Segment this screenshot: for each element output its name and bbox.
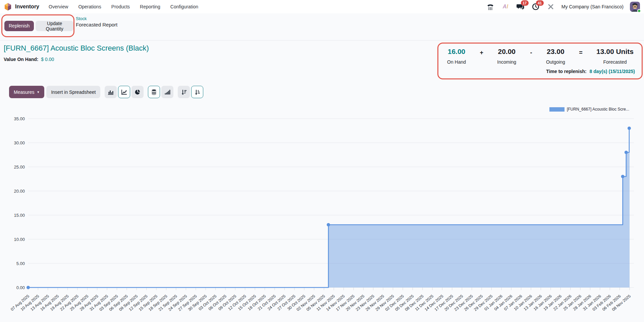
- replenish-button[interactable]: Replenish: [4, 21, 34, 31]
- incoming-label: Incoming: [497, 59, 516, 65]
- cumulative-icon: [164, 89, 170, 95]
- top-navbar: Inventory Overview Operations Products R…: [0, 0, 644, 13]
- navbar-left: Inventory Overview Operations Products R…: [4, 3, 198, 11]
- messages-icon[interactable]: 17: [516, 2, 525, 11]
- messages-badge: 17: [521, 0, 529, 6]
- line-chart-button[interactable]: [118, 86, 130, 98]
- value-on-hand-amount[interactable]: $ 0.00: [41, 57, 54, 62]
- sort-descending-button[interactable]: [178, 86, 190, 98]
- breadcrumb-stock-link[interactable]: Stock: [76, 16, 117, 21]
- y-axis-tick-label: 10.00: [14, 237, 25, 242]
- app-name[interactable]: Inventory: [15, 4, 39, 10]
- graph-toolbar: Measures ▼ Insert in Spreadsheet: [9, 86, 203, 98]
- forecast-equation: 16.00 On Hand + 20.00 Incoming - 23.00 O…: [438, 44, 642, 65]
- stacked-icon: [151, 89, 157, 95]
- company-switcher[interactable]: My Company (San Francisco): [561, 4, 624, 9]
- nav-item-products[interactable]: Products: [111, 4, 130, 9]
- measures-button[interactable]: Measures ▼: [9, 86, 44, 98]
- update-quantity-button[interactable]: Update Quantity: [36, 21, 73, 31]
- sort-ascending-icon: [194, 89, 200, 95]
- legend-label: [FURN_6667] Acoustic Bloc Scre...: [567, 107, 629, 112]
- equals-operator: =: [579, 49, 583, 56]
- stat-forecasted: 13.00 Units Forecasted: [596, 48, 634, 65]
- time-to-replenish-label: Time to replenish:: [546, 69, 586, 74]
- insert-in-spreadsheet-button[interactable]: Insert in Spreadsheet: [46, 86, 100, 98]
- pie-chart-icon: [135, 89, 141, 95]
- activities-badge: 41: [536, 0, 544, 6]
- tools-icon[interactable]: [546, 2, 555, 11]
- incoming-value: 20.00: [497, 48, 516, 56]
- forecasted-label: Forecasted: [596, 59, 634, 65]
- value-on-hand-label: Value On Hand:: [4, 57, 38, 62]
- replenish-date-link[interactable]: 8 day(s) (15/11/2025): [590, 69, 635, 74]
- pie-chart-button[interactable]: [131, 86, 144, 98]
- y-axis-tick-label: 30.00: [14, 140, 25, 145]
- outgoing-label: Outgoing: [546, 59, 565, 65]
- data-point-dot[interactable]: [625, 151, 628, 154]
- y-axis-tick-label: 20.00: [14, 189, 25, 194]
- ai-icon[interactable]: AI: [501, 2, 510, 11]
- sort-ascending-button[interactable]: [191, 86, 203, 98]
- on-hand-value[interactable]: 16.00: [447, 48, 466, 56]
- on-hand-label: On Hand: [447, 59, 466, 65]
- forecasted-value: 13.00 Units: [596, 48, 634, 56]
- y-axis-tick-label: 25.00: [14, 165, 25, 170]
- y-axis-tick-label: 5.00: [16, 261, 25, 266]
- measures-label: Measures: [14, 89, 34, 95]
- y-axis-tick-label: 35.00: [14, 116, 25, 121]
- legend-swatch: [549, 107, 565, 112]
- breadcrumb: Stock Forecasted Report: [76, 16, 117, 28]
- sort-descending-icon: [181, 89, 187, 95]
- chevron-down-icon: ▼: [37, 90, 40, 94]
- series-area: [28, 128, 630, 287]
- y-axis-tick-label: 15.00: [14, 213, 25, 218]
- product-title: [FURN_6667] Acoustic Bloc Screens (Black…: [4, 44, 149, 53]
- value-on-hand-line: Value On Hand: $ 0.00: [4, 57, 54, 62]
- minus-operator: -: [530, 49, 532, 56]
- bar-chart-icon: [108, 89, 114, 95]
- data-point-dot[interactable]: [26, 286, 30, 289]
- inventory-app-logo-icon[interactable]: [4, 3, 12, 11]
- online-status-dot: [637, 9, 641, 13]
- data-point-dot[interactable]: [327, 223, 330, 227]
- y-axis-tick-label: 0.00: [16, 285, 25, 290]
- chart-legend[interactable]: [FURN_6667] Acoustic Bloc Scre...: [549, 107, 629, 112]
- activities-clock-icon[interactable]: 41: [531, 2, 540, 11]
- outgoing-value: 23.00: [546, 48, 565, 56]
- nav-item-operations[interactable]: Operations: [78, 4, 101, 9]
- bar-chart-button[interactable]: [105, 86, 117, 98]
- nav-item-configuration[interactable]: Configuration: [170, 4, 198, 9]
- cumulative-toggle-button[interactable]: [161, 86, 173, 98]
- data-point-dot[interactable]: [621, 175, 625, 178]
- stacked-toggle-button[interactable]: [148, 86, 160, 98]
- breadcrumb-current: Forecasted Report: [76, 22, 117, 27]
- time-to-replenish: Time to replenish: 8 day(s) (15/11/2025): [546, 69, 635, 74]
- main-menu: Overview Operations Products Reporting C…: [49, 4, 198, 9]
- control-panel: Replenish Update Quantity Stock Forecast…: [0, 13, 644, 41]
- line-chart-icon: [121, 89, 127, 95]
- data-point-dot[interactable]: [628, 127, 631, 130]
- phone-icon[interactable]: [486, 2, 495, 11]
- highlight-box-buttons: Replenish Update Quantity: [1, 14, 74, 37]
- stat-outgoing: 23.00 Outgoing: [546, 48, 565, 65]
- stat-incoming: 20.00 Incoming: [497, 48, 516, 65]
- plus-operator: +: [480, 49, 483, 56]
- user-avatar[interactable]: [630, 2, 640, 12]
- forecast-summary-panel: 16.00 On Hand + 20.00 Incoming - 23.00 O…: [437, 43, 643, 79]
- stat-on-hand: 16.00 On Hand: [447, 48, 466, 65]
- navbar-right: AI 17 41 My Company (San Francisco): [486, 2, 640, 12]
- nav-item-overview[interactable]: Overview: [49, 4, 68, 9]
- product-header: [FURN_6667] Acoustic Bloc Screens (Black…: [0, 41, 644, 85]
- nav-item-reporting[interactable]: Reporting: [140, 4, 160, 9]
- forecast-chart[interactable]: 35.0030.0025.0020.0015.0010.005.000.0007…: [0, 101, 644, 322]
